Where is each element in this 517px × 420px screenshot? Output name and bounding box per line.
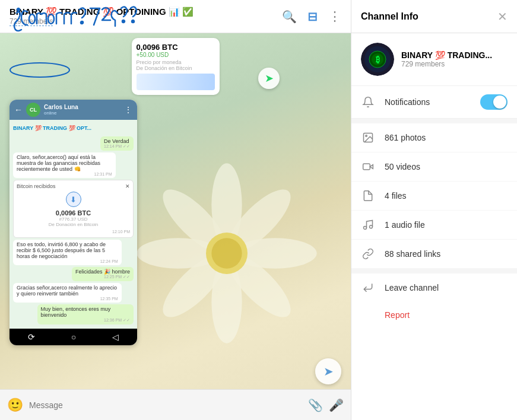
btc-received-time: 12:10 PM — [17, 228, 130, 234]
msg-text: Felicidades 🎉 hombre — [75, 269, 130, 275]
emoji-icon[interactable]: 🙂 — [7, 397, 23, 413]
notifications-label: Notifications — [385, 97, 471, 107]
msg-time: 12:31 PM — [17, 172, 112, 176]
btc-usd-display: #776.37 USD — [17, 217, 130, 222]
msg-eso: Eso es todo, invirtió 6,800 y acabo de r… — [13, 240, 134, 265]
toggle-knob — [493, 96, 506, 109]
files-label: 4 files — [385, 191, 407, 201]
message-input-bar: 🙂 📎 🎤 — [0, 389, 351, 420]
phone-home-btn[interactable]: ○ — [71, 332, 76, 342]
msg-felicidades: Felicidades 🎉 hombre 12:25 PM ✓✓ — [13, 267, 134, 281]
chat-messages: De Verdad 12:14 PM ✓✓ Claro, señor,acerc… — [9, 134, 137, 329]
message-input[interactable] — [29, 400, 302, 410]
channel-info-panel: ₿ BINARY 💯 TRADING... 729 members — [351, 33, 517, 420]
svg-text:₿: ₿ — [376, 55, 380, 64]
chat-area: 0,0096 BTC +50.00 USD Precio por moneda … — [0, 33, 351, 420]
msg-claro: Claro, señor,acerco() aquí está la muest… — [13, 152, 134, 178]
bubble-claro: Claro, señor,acerco() aquí está la muest… — [13, 152, 116, 178]
close-icon[interactable]: ✕ — [497, 9, 508, 24]
audio-icon — [361, 219, 375, 231]
links-label: 88 shared links — [385, 249, 440, 259]
bubble-eso: Eso es todo, invirtió 6,800 y acabo de r… — [13, 240, 122, 265]
bubble-de-verdad: De Verdad 12:14 PM ✓✓ — [100, 136, 134, 151]
audio-row[interactable]: 1 audio file — [351, 211, 517, 240]
bubble-muybien: Muy bien, entonces eres muy bienvenido 1… — [37, 304, 134, 324]
btc-source: De Donación en Bitcoin — [17, 222, 130, 227]
msg-text: Claro, señor,acerco() aquí está la muest… — [17, 154, 112, 172]
videos-label: 50 videos — [385, 162, 420, 171]
channel-avatar: ₿ — [361, 43, 394, 76]
channel-profile-members: 729 members — [401, 60, 492, 68]
leave-channel-label: Leave channel — [385, 283, 439, 292]
btc-received-title: Bitcoin recibidos — [17, 183, 56, 189]
files-row[interactable]: 4 files — [351, 182, 517, 211]
svg-rect-25 — [363, 164, 370, 170]
videos-icon — [361, 161, 375, 173]
links-icon — [361, 248, 375, 260]
scroll-to-bottom-button[interactable]: ➤ — [315, 358, 341, 384]
btc-price-label: Precio por moneda — [137, 59, 215, 65]
msg-text: Eso es todo, invirtió 6,800 y acabo de r… — [17, 241, 118, 259]
notifications-toggle[interactable] — [480, 94, 508, 110]
leave-channel-row[interactable]: Leave channel — [351, 273, 517, 302]
forward-button-card[interactable]: ➤ — [258, 68, 280, 89]
msg-text: Muy bien, entonces eres muy bienvenido — [41, 306, 130, 318]
panel-title: Channel Info — [361, 11, 418, 22]
bubble-felicidades: Felicidades 🎉 hombre 12:25 PM ✓✓ — [72, 267, 134, 281]
files-icon — [361, 190, 375, 202]
svg-point-27 — [364, 227, 367, 230]
phone-screenshot: ← CL Carlos Luna online ⋮ BINARY 💯 TRADI… — [9, 100, 137, 345]
members-count[interactable]: 729 members — [9, 17, 53, 26]
search-icon[interactable]: 🔍 — [282, 9, 297, 24]
channel-label-bar: BINARY 💯 TRADING 💯 OPT... — [9, 120, 137, 134]
btc-download-icon: ⬇ — [66, 192, 81, 207]
bubble-gracias: Gracias señor,acerco realmente lo apreci… — [13, 283, 122, 303]
panel-divider-2 — [351, 269, 517, 273]
msg-time: 12:14 PM ✓✓ — [104, 144, 130, 149]
phone-chrome-header: ← CL Carlos Luna online ⋮ — [9, 100, 137, 120]
msg-time: 12:35 PM — [17, 297, 118, 301]
btc-chart — [137, 74, 215, 90]
report-row[interactable]: Report — [351, 302, 517, 328]
layout-icon[interactable]: ⊟ — [307, 9, 318, 24]
btc-change: +50.00 USD — [137, 52, 215, 58]
channel-title-area: BINARY 💯 TRADING 💯 OPTOINING 📊 ✅ 729 mem… — [9, 7, 282, 26]
more-options-icon[interactable]: ⋮ — [328, 9, 341, 24]
msg-text: De Verdad — [104, 138, 130, 144]
btc-price-card: 0,0096 BTC +50.00 USD Precio por moneda … — [132, 38, 220, 95]
contact-avatar: CL — [26, 103, 40, 117]
msg-gracias: Gracias señor,acerco realmente lo apreci… — [13, 283, 134, 303]
mic-icon[interactable]: 🎤 — [329, 398, 344, 412]
channel-title: BINARY 💯 TRADING 💯 OPTOINING 📊 ✅ — [9, 7, 282, 17]
btc-received-close[interactable]: ✕ — [125, 183, 130, 189]
btc-received-header: Bitcoin recibidos ✕ — [17, 183, 130, 189]
messages-area: 0,0096 BTC +50.00 USD Precio por moneda … — [0, 33, 351, 389]
notifications-row[interactable]: Notifications — [351, 86, 517, 119]
bell-icon — [361, 96, 375, 108]
phone-screenshot-container: ← CL Carlos Luna online ⋮ BINARY 💯 TRADI… — [9, 100, 341, 345]
channel-profile-section[interactable]: ₿ BINARY 💯 TRADING... 729 members — [351, 33, 517, 86]
btc-received-card: Bitcoin recibidos ✕ ⬇ 0,0096 BTC #776.37… — [13, 180, 134, 238]
links-row[interactable]: 88 shared links — [351, 240, 517, 269]
audio-label: 1 audio file — [385, 220, 425, 230]
msg-time: 12:24 PM — [17, 259, 118, 263]
svg-point-24 — [366, 135, 367, 137]
videos-row[interactable]: 50 videos — [351, 152, 517, 182]
contact-status: online — [44, 110, 78, 116]
msg-text: Gracias señor,acerco realmente lo apreci… — [17, 285, 118, 297]
btc-sublabel: De Donación en Bitcoin — [137, 65, 215, 71]
photos-label: 861 photos — [385, 133, 426, 142]
header-actions: 🔍 ⊟ ⋮ — [282, 9, 341, 24]
phone-back-btn[interactable]: ⟳ — [28, 332, 35, 342]
chat-header: BINARY 💯 TRADING 💯 OPTOINING 📊 ✅ 729 mem… — [0, 0, 351, 33]
panel-divider-1 — [351, 119, 517, 123]
btc-amount-display: 0,0096 BTC — [17, 209, 130, 217]
contact-info: Carlos Luna online — [44, 104, 78, 116]
msg-time: 12:36 PM ✓✓ — [41, 318, 130, 323]
phone-footer: ⟳ ○ ◁ — [9, 329, 137, 345]
photos-row[interactable]: 861 photos — [351, 123, 517, 152]
channel-profile-info: BINARY 💯 TRADING... 729 members — [401, 50, 492, 68]
attach-icon[interactable]: 📎 — [308, 398, 323, 412]
msg-muybien: Muy bien, entonces eres muy bienvenido 1… — [13, 304, 134, 324]
phone-recent-btn[interactable]: ◁ — [112, 332, 119, 342]
